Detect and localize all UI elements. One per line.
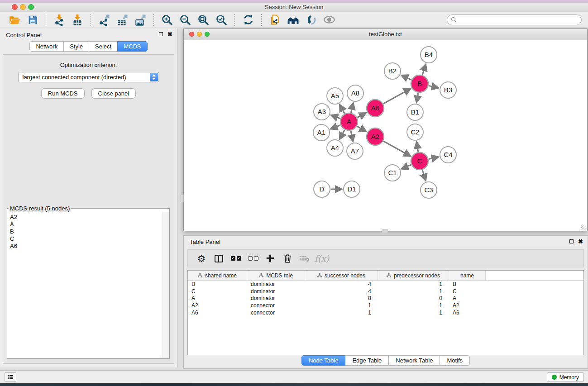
- edge-C-C4[interactable]: [429, 157, 438, 159]
- open-session-button[interactable]: [7, 13, 22, 27]
- mcds-result-title: MCDS result (5 nodes): [9, 205, 71, 212]
- tab-style[interactable]: Style: [63, 41, 89, 52]
- delete-column-button[interactable]: [279, 251, 296, 266]
- edge-C-C1[interactable]: [402, 165, 411, 169]
- task-history-button[interactable]: [5, 372, 16, 382]
- save-session-button[interactable]: [25, 13, 40, 27]
- close-panel-icon[interactable]: ✖: [167, 32, 172, 37]
- node-label-C4: C4: [444, 151, 452, 158]
- mcds-result-item[interactable]: A2: [10, 214, 163, 221]
- close-table-panel-icon[interactable]: ✖: [578, 239, 583, 244]
- table-toolbar: ⚙ ✓✓ f(x): [187, 249, 584, 267]
- vertical-split-handle[interactable]: [181, 195, 184, 202]
- select-all-button[interactable]: ✓✓: [228, 251, 244, 266]
- result-scrollbar[interactable]: [163, 212, 169, 358]
- edge-B-B4[interactable]: [422, 65, 425, 75]
- edge-A6-B[interactable]: [383, 89, 410, 104]
- resize-grip-icon[interactable]: [581, 224, 587, 230]
- run-mcds-button[interactable]: Run MCDS: [41, 88, 85, 99]
- tab-select[interactable]: Select: [89, 41, 118, 52]
- table-row[interactable]: A2connector11A2: [188, 302, 583, 309]
- tab-network[interactable]: Network: [29, 41, 64, 52]
- horizontal-split-handle[interactable]: [382, 229, 388, 233]
- table-tab-node-table[interactable]: Node Table: [301, 355, 346, 366]
- table-row[interactable]: A6connector11A6: [188, 309, 583, 316]
- node-label-C: C: [417, 157, 422, 165]
- table-row[interactable]: Bdominator41B: [188, 281, 583, 288]
- table-settings-button[interactable]: ⚙: [193, 251, 210, 266]
- search-field[interactable]: [447, 14, 582, 25]
- first-neighbors-button[interactable]: [286, 13, 300, 27]
- float-panel-icon[interactable]: [159, 32, 163, 36]
- import-network-button[interactable]: [52, 13, 67, 27]
- edge-A-A8[interactable]: [351, 103, 353, 113]
- table-row[interactable]: Cdominator41C: [188, 288, 583, 295]
- mcds-result-item[interactable]: A6: [10, 243, 163, 250]
- edge-B-B3[interactable]: [429, 86, 438, 88]
- memory-button[interactable]: Memory: [547, 372, 584, 382]
- import-table-button[interactable]: [70, 13, 85, 27]
- close-panel-button[interactable]: Close panel: [91, 88, 136, 99]
- criterion-select[interactable]: largest connected component (directed): [18, 72, 159, 82]
- mcds-result-item[interactable]: C: [10, 235, 163, 243]
- edge-A-A5[interactable]: [340, 105, 345, 114]
- edge-C-C3[interactable]: [422, 170, 425, 181]
- edge-B-B1[interactable]: [417, 93, 418, 102]
- table-tab-network-table[interactable]: Network Table: [388, 355, 440, 366]
- export-table-button[interactable]: [115, 13, 129, 27]
- zoom-fit-button[interactable]: [196, 13, 210, 27]
- edge-A-A4[interactable]: [340, 130, 345, 139]
- table-panel-header: Table Panel ✖: [184, 236, 588, 248]
- tab-mcds[interactable]: MCDS: [117, 41, 147, 52]
- node-label-B3: B3: [444, 86, 452, 94]
- mcds-result-box: MCDS result (5 nodes) A2ABCA6: [7, 205, 170, 359]
- edge-A-A6[interactable]: [357, 113, 366, 118]
- select-all-icon: ✓✓: [231, 256, 241, 261]
- export-network-button[interactable]: [97, 13, 111, 27]
- column-header-shared-name[interactable]: shared name: [188, 271, 247, 280]
- graphics-details-button[interactable]: [304, 13, 318, 27]
- zoom-selected-button[interactable]: [214, 13, 229, 27]
- zoom-out-button[interactable]: [178, 13, 192, 27]
- hide-details-button[interactable]: [322, 13, 336, 27]
- table-row[interactable]: Adominator80A: [188, 295, 583, 302]
- zoom-in-button[interactable]: [160, 13, 174, 27]
- edge-A-A3[interactable]: [331, 115, 340, 119]
- import-network-icon: [53, 14, 65, 26]
- table-tab-edge-table[interactable]: Edge Table: [345, 355, 389, 366]
- trash-icon: [283, 253, 292, 263]
- table-tab-motifs[interactable]: Motifs: [440, 355, 470, 366]
- optimization-criterion-label: Optimization criterion:: [3, 62, 174, 68]
- column-header-successor-nodes[interactable]: successor nodes: [305, 271, 378, 280]
- zoom-selected-icon: [215, 14, 227, 26]
- mcds-result-list[interactable]: A2ABCA6: [7, 213, 163, 357]
- toolbar-separator: [261, 14, 262, 26]
- edge-C-C2[interactable]: [417, 142, 418, 152]
- split-panel-button[interactable]: [210, 251, 227, 266]
- function-builder-button[interactable]: f(x): [314, 251, 330, 266]
- export-image-button[interactable]: [133, 13, 148, 27]
- network-window-titlebar[interactable]: testGlobe.txt: [184, 29, 587, 40]
- float-table-panel-icon[interactable]: [569, 239, 574, 243]
- mcds-result-item[interactable]: A: [10, 221, 163, 228]
- column-header-mcds-role[interactable]: MCDS role: [247, 271, 305, 280]
- edge-B-B2[interactable]: [402, 76, 411, 80]
- network-window-title: testGlobe.txt: [184, 31, 587, 38]
- column-header-label: name: [460, 272, 474, 279]
- mcds-result-item[interactable]: B: [10, 228, 163, 235]
- split-panel-icon: [215, 255, 223, 262]
- edge-A-A2[interactable]: [357, 126, 366, 131]
- column-header-name[interactable]: name: [449, 271, 486, 280]
- edge-A-A1[interactable]: [331, 125, 340, 129]
- edge-A2-C[interactable]: [383, 141, 410, 156]
- search-input[interactable]: [459, 15, 576, 24]
- delete-table-button[interactable]: [296, 251, 313, 266]
- deselect-all-button[interactable]: [245, 251, 261, 266]
- new-network-from-selection-button[interactable]: [268, 13, 282, 27]
- refresh-button[interactable]: [241, 13, 255, 27]
- cell: 1: [305, 310, 378, 316]
- add-column-button[interactable]: [262, 251, 278, 266]
- edge-A-A7[interactable]: [351, 131, 353, 141]
- column-header-predecessor-nodes[interactable]: predecessor nodes: [378, 271, 449, 280]
- network-canvas[interactable]: B4B2BB3A8A5A6A3B1AC2A1A2A4A7C4CC1C3DD1: [184, 40, 587, 231]
